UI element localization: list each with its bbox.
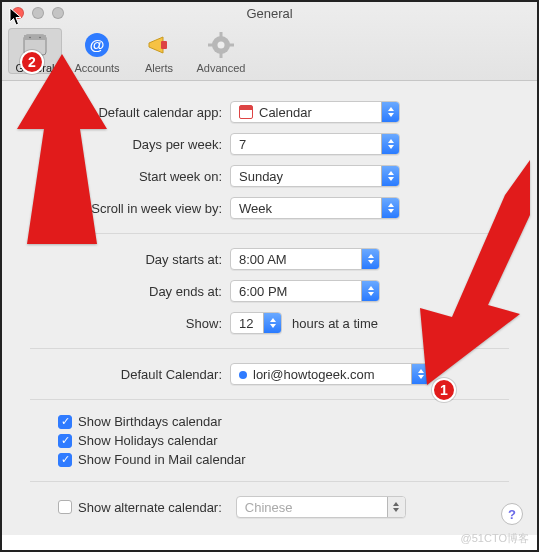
chevron-updown-icon xyxy=(361,281,379,301)
label-days-per-week: Days per week: xyxy=(30,137,230,152)
chevron-updown-icon xyxy=(411,364,429,384)
window-chrome: General General @ Accounts Alerts Advanc… xyxy=(2,2,537,81)
show-hours-stepper[interactable]: 12 xyxy=(230,312,282,334)
tab-alerts[interactable]: Alerts xyxy=(132,28,186,74)
calendar-color-dot-icon xyxy=(239,371,247,379)
advanced-icon xyxy=(206,30,236,60)
label-default-calendar: Default Calendar: xyxy=(30,367,230,382)
tab-accounts[interactable]: @ Accounts xyxy=(70,28,124,74)
prefs-toolbar: General @ Accounts Alerts Advanced xyxy=(2,24,537,80)
svg-rect-10 xyxy=(220,53,223,58)
calendar-app-icon xyxy=(239,105,253,119)
checkbox-icon xyxy=(58,434,72,448)
prefs-content: Default calendar app: Calendar Days per … xyxy=(2,81,537,535)
checkbox-group: Show Birthdays calendar Show Holidays ca… xyxy=(30,414,509,467)
tab-general[interactable]: General xyxy=(8,28,62,74)
chevron-updown-icon xyxy=(263,313,281,333)
tab-advanced[interactable]: Advanced xyxy=(194,28,248,74)
checkbox-icon xyxy=(58,415,72,429)
label-day-ends: Day ends at: xyxy=(30,284,230,299)
checkbox-show-holidays[interactable]: Show Holidays calendar xyxy=(30,433,509,448)
titlebar: General xyxy=(2,2,537,24)
general-icon xyxy=(20,30,50,60)
day-ends-popup[interactable]: 6:00 PM xyxy=(230,280,380,302)
divider xyxy=(30,481,509,482)
days-per-week-popup[interactable]: 7 xyxy=(230,133,400,155)
help-button[interactable]: ? xyxy=(501,503,523,525)
label-hours-suffix: hours at a time xyxy=(292,316,378,331)
chevron-updown-icon xyxy=(381,198,399,218)
default-calendar-app-popup[interactable]: Calendar xyxy=(230,101,400,123)
svg-rect-11 xyxy=(208,44,213,47)
window-controls xyxy=(2,7,64,19)
zoom-window-button[interactable] xyxy=(52,7,64,19)
scroll-week-popup[interactable]: Week xyxy=(230,197,400,219)
svg-text:@: @ xyxy=(90,36,105,53)
label-default-app: Default calendar app: xyxy=(30,105,230,120)
divider xyxy=(30,233,509,234)
divider xyxy=(30,348,509,349)
svg-point-2 xyxy=(29,37,31,39)
svg-point-8 xyxy=(218,42,225,49)
svg-rect-12 xyxy=(229,44,234,47)
divider xyxy=(30,399,509,400)
alerts-icon xyxy=(144,30,174,60)
chevron-updown-icon xyxy=(361,249,379,269)
default-calendar-popup[interactable]: lori@howtogeek.com xyxy=(230,363,430,385)
checkbox-icon xyxy=(58,500,72,514)
checkbox-show-found-in-mail[interactable]: Show Found in Mail calendar xyxy=(30,452,509,467)
chevron-updown-icon xyxy=(381,102,399,122)
day-starts-popup[interactable]: 8:00 AM xyxy=(230,248,380,270)
svg-point-3 xyxy=(39,37,41,39)
svg-rect-9 xyxy=(220,32,223,37)
label-show: Show: xyxy=(30,316,230,331)
svg-rect-1 xyxy=(24,35,46,40)
label-day-starts: Day starts at: xyxy=(30,252,230,267)
start-week-popup[interactable]: Sunday xyxy=(230,165,400,187)
label-scroll-week: Scroll in week view by: xyxy=(30,201,230,216)
window-title: General xyxy=(2,6,537,21)
svg-rect-6 xyxy=(161,41,167,49)
chevron-updown-icon xyxy=(381,166,399,186)
checkbox-show-alternate-calendar[interactable]: Show alternate calendar: xyxy=(58,500,222,515)
alternate-calendar-popup[interactable]: Chinese xyxy=(236,496,406,518)
checkbox-show-birthdays[interactable]: Show Birthdays calendar xyxy=(30,414,509,429)
chevron-updown-icon xyxy=(381,134,399,154)
chevron-updown-icon xyxy=(387,497,405,517)
minimize-window-button[interactable] xyxy=(32,7,44,19)
accounts-icon: @ xyxy=(82,30,112,60)
checkbox-icon xyxy=(58,453,72,467)
close-window-button[interactable] xyxy=(12,7,24,19)
label-start-week: Start week on: xyxy=(30,169,230,184)
